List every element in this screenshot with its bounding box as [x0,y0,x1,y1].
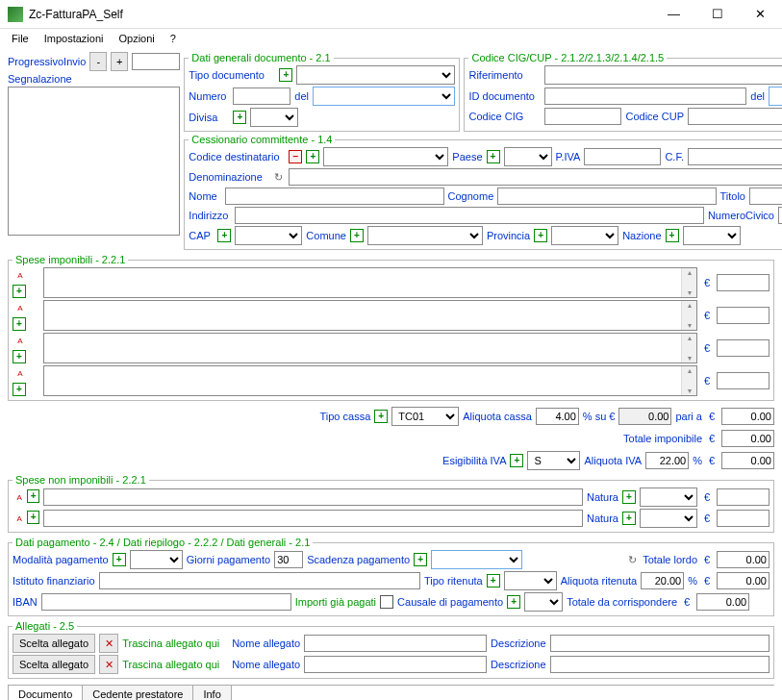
sort-icon[interactable] [13,268,28,284]
riferimento-select[interactable] [544,65,782,85]
spese-amount-4[interactable] [717,372,769,389]
sort-icon[interactable] [13,334,28,349]
remove-attachment-1[interactable]: ✕ [99,634,118,653]
codice-cig-input[interactable] [544,108,621,125]
add-icon[interactable]: + [507,595,520,609]
add-icon[interactable]: + [13,383,26,396]
piva-input[interactable] [584,148,661,165]
totale-lordo-input[interactable] [717,551,769,568]
add-icon[interactable]: + [487,574,500,588]
add-icon[interactable]: + [233,111,246,124]
provincia-select[interactable] [551,226,618,245]
spese-non-item-2[interactable] [43,510,583,527]
add-icon[interactable]: + [622,490,636,504]
sort-icon[interactable] [13,489,26,505]
istituto-input[interactable] [99,572,420,589]
natura-select-2[interactable] [640,509,697,528]
scelta-allegato-2[interactable]: Scelta allegato [13,655,95,674]
titolo-input[interactable] [749,188,782,205]
spese-item-1[interactable]: ▴▾ [43,267,697,298]
add-icon[interactable]: + [510,454,523,467]
add-icon[interactable]: + [622,512,636,525]
remove-icon[interactable]: − [289,150,302,163]
spese-non-item-1[interactable] [43,488,583,506]
add-icon[interactable]: + [487,150,500,163]
totale-imponibile-input[interactable] [721,430,774,447]
add-icon[interactable]: + [27,511,39,524]
spese-item-2[interactable]: ▴▾ [43,300,697,331]
nome-input[interactable] [225,188,443,205]
nome-allegato-input-2[interactable] [304,656,487,673]
numero-input[interactable] [233,88,290,105]
spese-amount-3[interactable] [717,339,769,357]
progressivo-input[interactable] [132,53,180,70]
refresh-icon[interactable]: ↻ [271,170,285,184]
indirizzo-input[interactable] [235,207,704,224]
denominazione-input[interactable] [289,168,782,186]
add-icon[interactable]: + [27,489,39,503]
divisa-select[interactable] [250,108,298,127]
segnalazione-textarea[interactable] [8,87,180,236]
iva-amount-input[interactable] [721,452,774,469]
spese-item-4[interactable]: ▴▾ [43,365,697,396]
add-icon[interactable]: + [374,410,388,423]
tab-documento[interactable]: Documento [8,686,83,700]
add-icon[interactable]: + [13,350,26,363]
minimize-button[interactable]: — [652,0,695,28]
add-icon[interactable]: + [279,68,292,82]
sort-icon[interactable] [13,511,26,526]
menu-impostazioni[interactable]: Impostazioni [38,31,110,46]
iban-input[interactable] [41,593,291,611]
add-icon[interactable]: + [217,229,231,242]
spese-amount-1[interactable] [717,274,769,291]
maximize-button[interactable]: ☐ [695,0,739,28]
spese-amount-2[interactable] [717,307,769,324]
modalita-select[interactable] [130,550,183,569]
aliquota-iva-input[interactable] [645,452,689,469]
spese-non-amount-2[interactable] [717,510,769,527]
descrizione-input-1[interactable] [550,635,769,652]
ritenuta-amount-input[interactable] [717,572,769,589]
spese-item-3[interactable]: ▴▾ [43,333,697,363]
comune-select[interactable] [367,226,483,245]
tab-info[interactable]: Info [192,686,231,700]
nazione-select[interactable] [683,226,741,245]
paese-select[interactable] [504,147,552,166]
scelta-allegato-1[interactable]: Scelta allegato [13,634,95,653]
codice-cup-input[interactable] [688,108,782,125]
natura-select-1[interactable] [640,488,697,507]
add-icon[interactable]: + [113,553,126,566]
codice-dest-select[interactable] [323,147,448,166]
importi-pagati-checkbox[interactable] [380,595,393,609]
progressivo-minus[interactable]: - [89,52,107,71]
sort-icon[interactable] [13,366,28,382]
tipo-documento-select[interactable] [296,65,455,85]
numcivico-input[interactable] [778,207,782,224]
aliquota-ritenuta-input[interactable] [641,572,684,589]
nome-allegato-input-1[interactable] [304,635,487,652]
cf-input[interactable] [688,148,782,165]
tipo-ritenuta-select[interactable] [504,571,557,590]
sort-icon[interactable] [13,301,28,316]
tipo-cassa-select[interactable]: TC01 [391,407,459,426]
add-icon[interactable]: + [350,229,364,242]
menu-help[interactable]: ? [164,31,182,46]
esigibilita-select[interactable]: S [527,451,580,470]
giorni-input[interactable] [274,551,303,568]
spese-non-amount-1[interactable] [717,488,769,506]
menu-opzioni[interactable]: Opzioni [114,31,161,46]
scadenza-select[interactable] [431,550,522,569]
del-select[interactable] [313,87,455,106]
aliquota-cassa-input[interactable] [536,408,579,425]
add-icon[interactable]: + [534,229,547,242]
progressivo-plus[interactable]: + [111,52,128,71]
causale-select[interactable] [524,592,563,612]
pari-a-input[interactable] [721,408,774,425]
add-icon[interactable]: + [666,229,679,242]
del2-select[interactable] [769,87,782,106]
descrizione-input-2[interactable] [550,656,769,673]
add-icon[interactable]: + [13,285,26,298]
add-icon[interactable]: + [414,553,427,566]
refresh-icon[interactable]: ↻ [625,553,639,566]
remove-attachment-2[interactable]: ✕ [99,655,118,674]
